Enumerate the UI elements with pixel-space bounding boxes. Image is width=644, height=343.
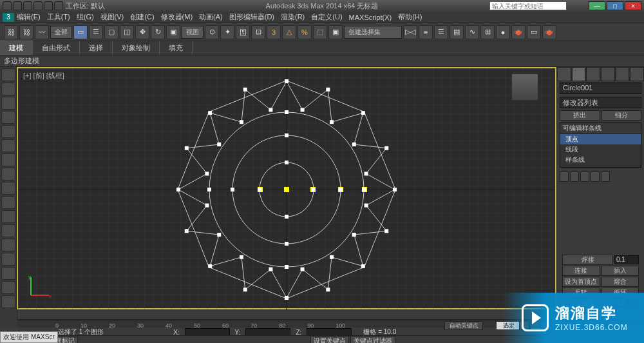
layer-icon[interactable]: ☰ — [434, 25, 448, 39]
manip-icon[interactable]: ✦ — [220, 25, 234, 39]
stack-spline[interactable]: 样条线 — [560, 155, 641, 165]
modify-tab-icon[interactable] — [572, 67, 586, 81]
qat-icon[interactable] — [44, 1, 53, 10]
lt-icon[interactable] — [1, 210, 15, 223]
mirror-icon[interactable]: ▷◁ — [403, 25, 417, 39]
object-name-field[interactable]: Circle001 — [560, 83, 641, 94]
tab-select[interactable]: 选择 — [80, 41, 113, 55]
menu-group[interactable]: 组(G) — [77, 12, 94, 22]
render-frame-icon[interactable]: ▭ — [527, 25, 541, 39]
modifier-list-dropdown[interactable]: 修改器列表 — [560, 97, 641, 108]
viewport-label[interactable]: [+] [前] [线框] — [23, 71, 64, 81]
lt-icon[interactable] — [1, 267, 15, 280]
menu-animation[interactable]: 动画(A) — [199, 12, 223, 22]
select-button[interactable]: ▭ — [73, 25, 88, 39]
prev-frame-icon[interactable] — [530, 321, 540, 330]
motion-tab-icon[interactable] — [601, 67, 615, 81]
key-icon[interactable]: ⚿ — [236, 25, 250, 39]
snap-percent-icon[interactable]: % — [298, 25, 312, 39]
move-icon[interactable]: ✥ — [135, 25, 149, 39]
key-filter-button[interactable]: 关键点过滤器 — [350, 336, 395, 344]
poly-model-label[interactable]: 多边形建模 — [4, 56, 39, 66]
menu-tools[interactable]: 工具(T) — [47, 12, 70, 22]
lt-icon[interactable] — [1, 182, 15, 195]
search-input[interactable] — [489, 1, 567, 10]
close-button[interactable]: × — [625, 1, 641, 10]
set-key-button[interactable]: 设置关键点 — [310, 336, 349, 344]
workspace-label[interactable]: 工作区: 默认 — [66, 1, 105, 11]
spinner-icon[interactable]: ⬚ — [313, 25, 327, 39]
ref-coord-dropdown[interactable]: 视图 — [182, 26, 204, 39]
menu-create[interactable]: 创建(C) — [130, 12, 154, 22]
zoom-icon[interactable] — [570, 326, 580, 335]
curve-editor-icon[interactable]: ∿ — [465, 25, 479, 39]
lt-icon[interactable] — [1, 253, 15, 266]
align-icon[interactable]: ≡ — [419, 25, 433, 39]
lt-icon[interactable] — [1, 125, 15, 138]
selected-button[interactable]: 选定 — [496, 321, 522, 330]
cross-button[interactable]: 相交 — [562, 299, 613, 309]
goto-start-icon[interactable] — [519, 321, 529, 330]
link-icon[interactable]: ⛓ — [4, 25, 18, 39]
cycle-button[interactable]: 循环 — [601, 288, 639, 298]
snap-angle-icon[interactable]: △ — [282, 25, 296, 39]
selection-filter-dropdown[interactable]: 全部 — [50, 26, 72, 39]
display-tab-icon[interactable] — [616, 67, 630, 81]
ribbon-icon[interactable]: ▤ — [450, 25, 464, 39]
lt-icon[interactable] — [1, 97, 15, 110]
connect-button[interactable]: 连接 — [562, 266, 600, 276]
viewport[interactable]: [+] [前] [线框] x y — [17, 67, 556, 309]
play-icon[interactable] — [541, 321, 551, 330]
remove-mod-icon[interactable] — [591, 172, 600, 182]
lt-icon[interactable] — [1, 168, 15, 181]
fuse-button[interactable]: 熔合 — [601, 277, 639, 287]
qat-icon[interactable] — [33, 1, 43, 10]
lt-icon[interactable] — [1, 139, 15, 152]
stack-editable-spline[interactable]: 可编辑样条线 — [560, 123, 641, 134]
lt-icon[interactable] — [1, 111, 15, 124]
weld-button[interactable]: 焊接 — [562, 255, 613, 265]
schematic-icon[interactable]: ⊞ — [480, 25, 495, 39]
pin-stack-icon[interactable] — [560, 172, 569, 182]
window-cross-icon[interactable]: ◫ — [120, 25, 134, 39]
unique-icon[interactable] — [580, 172, 589, 182]
modifier-stack[interactable]: 可编辑样条线 顶点 线段 样条线 — [560, 122, 641, 168]
zoom-all-icon[interactable] — [581, 326, 591, 335]
fov-icon[interactable] — [592, 326, 602, 335]
unlink-icon[interactable]: ⛓ — [19, 25, 33, 39]
tab-freeform[interactable]: 自由形式 — [33, 41, 80, 55]
lt-icon[interactable] — [1, 239, 15, 251]
menu-help[interactable]: 帮助(H) — [398, 12, 422, 22]
stack-vertex[interactable]: 顶点 — [560, 134, 641, 144]
menu-edit[interactable]: 编辑(E) — [17, 12, 41, 22]
show-end-icon[interactable] — [570, 172, 579, 182]
config-icon[interactable] — [601, 172, 610, 182]
lt-icon[interactable] — [1, 153, 15, 166]
menu-maxscript[interactable]: MAXScript(X) — [349, 14, 392, 21]
maximize-button[interactable]: □ — [607, 1, 623, 10]
tab-fill[interactable]: 填充 — [160, 41, 193, 55]
bind-icon[interactable]: 〰 — [35, 25, 49, 39]
subdiv-button[interactable]: 细分 — [601, 110, 642, 121]
hierarchy-tab-icon[interactable] — [586, 67, 600, 81]
viewcube-icon[interactable] — [511, 74, 538, 101]
tab-modeling[interactable]: 建模 — [0, 41, 33, 55]
track-bar[interactable] — [17, 309, 556, 320]
qat-icon[interactable] — [23, 1, 32, 10]
stack-segment[interactable]: 线段 — [560, 144, 641, 155]
auto-key-button[interactable]: 自动关键点 — [444, 321, 483, 330]
menu-graph[interactable]: 图形编辑器(D) — [229, 12, 274, 22]
qat-icon[interactable] — [13, 1, 22, 10]
minimize-button[interactable]: — — [589, 1, 605, 10]
select-rect-icon[interactable]: ▢ — [104, 25, 118, 39]
welcome-tab[interactable]: 欢迎使用 MAXScr — [0, 331, 58, 343]
create-tab-icon[interactable] — [557, 67, 571, 81]
lt-icon[interactable] — [1, 196, 15, 209]
orbit-icon[interactable] — [614, 326, 624, 335]
render-setup-icon[interactable]: 🫖 — [511, 25, 526, 39]
pivot-icon[interactable]: ⊙ — [205, 25, 219, 39]
lt-icon[interactable] — [1, 295, 15, 308]
material-editor-icon[interactable]: ● — [496, 25, 510, 39]
pan-icon[interactable] — [603, 326, 613, 335]
reverse-button[interactable]: 反转 — [562, 288, 600, 298]
